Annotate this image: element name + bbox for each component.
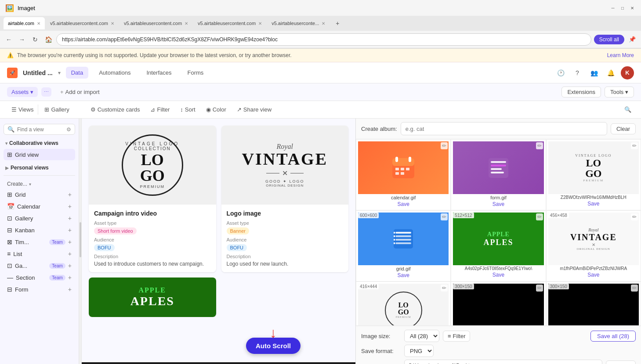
settings-icon[interactable]: ⚙ xyxy=(66,126,71,133)
add-gallery-btn[interactable]: + xyxy=(68,215,72,222)
sidebar-item-form[interactable]: ⊟ Form + xyxy=(4,284,75,295)
edit-icon-royal[interactable]: ✏ xyxy=(631,213,638,220)
save-format-select[interactable]: PNG xyxy=(404,345,434,357)
add-timeline-btn[interactable]: + xyxy=(68,238,72,245)
minimize-btn[interactable]: ─ xyxy=(609,4,616,11)
new-tab-btn[interactable]: + xyxy=(332,18,343,29)
add-kanban-btn[interactable]: + xyxy=(68,227,72,234)
users-btn[interactable]: 👥 xyxy=(587,66,601,79)
card-campaign-intro[interactable]: VINTAGE LOGO COLLECTION LO GO PREMIUM xyxy=(89,126,216,272)
tab-v5-4[interactable]: v5.airtableuserconte... ✕ xyxy=(267,17,330,29)
edit-icon-form[interactable]: ✏ xyxy=(536,142,543,149)
file-path-input[interactable] xyxy=(404,360,602,364)
edit-icon-black-2[interactable]: ✏ xyxy=(631,285,638,292)
customize-cards-btn[interactable]: ⚙ Customize cards xyxy=(86,105,145,115)
sidebar-item-timeline[interactable]: ⊠ Tim... Team + xyxy=(4,236,75,248)
maximize-btn[interactable]: □ xyxy=(619,4,626,11)
image-size-select[interactable]: All (28) xyxy=(404,330,439,342)
tab-close-icon[interactable]: ✕ xyxy=(111,21,114,26)
tab-close-icon[interactable]: ✕ xyxy=(185,21,188,26)
sidebar-item-list[interactable]: ≡ List + xyxy=(4,248,75,259)
sidebar-item-kanban[interactable]: ⊟ Kanban + xyxy=(4,224,75,236)
tab-forms[interactable]: Forms xyxy=(182,67,209,79)
tab-v5-3[interactable]: v5.airtableusercontent.com ✕ xyxy=(193,17,266,29)
album-input[interactable] xyxy=(401,122,607,135)
sidebar-item-grid-view[interactable]: ⊞ Grid view xyxy=(4,149,75,160)
pin-btn[interactable]: 📌 xyxy=(627,34,637,45)
sidebar-item-gallery[interactable]: ⊡ Gallery + xyxy=(4,213,75,224)
filter-btn[interactable]: ⊿ Filter xyxy=(146,105,174,115)
find-view-input[interactable] xyxy=(17,126,64,133)
color-btn[interactable]: ◉ Color xyxy=(202,105,231,115)
edit-icon-logo-circle[interactable]: ✏ xyxy=(441,285,448,292)
auto-scroll-btn[interactable]: Auto Scroll xyxy=(246,338,301,354)
notifications-btn[interactable]: 🔔 xyxy=(604,66,617,79)
forward-btn[interactable]: → xyxy=(17,34,27,45)
refresh-btn[interactable]: ↻ xyxy=(30,34,40,45)
tab-close-icon[interactable]: ✕ xyxy=(258,21,262,26)
sidebar-item-grid[interactable]: ⊞ Grid + xyxy=(4,189,75,200)
collaborative-views-header[interactable]: ▾ Collaborative views xyxy=(4,138,75,148)
save-all-btn[interactable]: Save all (28) xyxy=(590,331,636,342)
save-btn-calendar[interactable]: Save xyxy=(397,200,409,208)
save-btn-vintage-1[interactable]: Save xyxy=(587,200,599,208)
edit-icon-calendar[interactable]: ✏ xyxy=(441,142,448,149)
add-calendar-btn[interactable]: + xyxy=(68,203,72,210)
app-title-chevron[interactable]: ▾ xyxy=(58,70,61,76)
add-import-btn[interactable]: + Add or import xyxy=(55,87,105,97)
card-apple[interactable]: APPLE APLES xyxy=(89,278,216,317)
close-btn[interactable]: ✕ xyxy=(629,4,636,11)
avatar[interactable]: K xyxy=(621,66,634,79)
create-header[interactable]: Create... ▾ xyxy=(4,179,75,189)
learn-more-link[interactable]: Learn More xyxy=(607,52,634,58)
tab-data[interactable]: Data xyxy=(66,67,88,79)
add-section-btn[interactable]: + xyxy=(68,274,72,281)
sidebar-scrollbar[interactable] xyxy=(79,119,82,364)
add-list-btn[interactable]: + xyxy=(68,250,72,257)
share-view-btn[interactable]: ↗ Share view xyxy=(232,105,276,115)
sort-btn[interactable]: ↕ Sort xyxy=(176,105,199,115)
history-btn[interactable]: 🕐 xyxy=(554,66,567,79)
add-gantt-btn[interactable]: + xyxy=(68,262,72,269)
tab-airtable[interactable]: airtable.com ✕ xyxy=(4,17,45,29)
img-thumb-logo-circle: LO GO PREMIUM xyxy=(358,284,449,326)
clear-btn[interactable]: Clear xyxy=(611,123,636,134)
scrollbar-thumb[interactable] xyxy=(80,222,81,257)
search-btn[interactable]: 🔍 xyxy=(622,104,634,116)
img-thumb-grid xyxy=(358,213,449,265)
tab-close-icon[interactable]: ✕ xyxy=(322,21,325,26)
gallery-view-btn[interactable]: ⊞ Gallery xyxy=(40,105,73,115)
save-btn-royal[interactable]: Save xyxy=(587,271,599,279)
sidebar-item-section[interactable]: — Section Team + xyxy=(4,272,75,283)
panel-filter-btn[interactable]: ≡ Filter xyxy=(443,331,470,342)
save-btn-form[interactable]: Save xyxy=(493,200,504,208)
tools-btn[interactable]: Tools ▾ xyxy=(605,86,634,97)
url-input[interactable] xyxy=(56,33,591,46)
help-btn[interactable]: ? xyxy=(571,66,584,79)
sidebar-item-calendar[interactable]: 📅 Calendar + xyxy=(4,201,75,212)
tab-v5-2[interactable]: v5.airtableusercontent.com ✕ xyxy=(120,17,192,29)
change-btn[interactable]: Change xyxy=(606,360,636,364)
card-logo-image[interactable]: Royal VINTAGE ✕ GOOD ✦ LOGO ORIGINAL DES… xyxy=(221,126,349,272)
tab-interfaces[interactable]: Interfaces xyxy=(141,67,177,79)
save-btn-apple[interactable]: Save xyxy=(493,271,504,279)
tab-close-icon[interactable]: ✕ xyxy=(37,21,40,26)
edit-icon-grid[interactable]: ✏ xyxy=(441,213,448,220)
views-btn[interactable]: ☰ Views xyxy=(7,105,38,115)
tab-v5-1[interactable]: v5.airtableusercontent.com ✕ xyxy=(46,17,119,29)
edit-icon-apple[interactable]: ✏ xyxy=(536,213,543,220)
add-grid-btn[interactable]: + xyxy=(68,191,72,198)
extensions-btn[interactable]: Extensions xyxy=(561,86,601,97)
scroll-all-btn[interactable]: Scroll all xyxy=(594,35,624,44)
back-btn[interactable]: ← xyxy=(4,34,14,45)
home-btn[interactable]: 🏠 xyxy=(43,34,54,45)
assets-toggle-btn[interactable]: ⋯ xyxy=(41,87,51,97)
edit-icon-black-1[interactable]: ✏ xyxy=(536,285,543,292)
add-form-btn[interactable]: + xyxy=(68,286,72,293)
assets-btn[interactable]: Assets ▾ xyxy=(7,87,38,97)
edit-icon-vintage-1[interactable]: ✏ xyxy=(631,142,638,149)
tab-automations[interactable]: Automations xyxy=(94,67,136,79)
personal-views-header[interactable]: ▶ Personal views xyxy=(4,163,75,173)
sidebar-item-gantt[interactable]: ⊡ Ga... Team + xyxy=(4,260,75,271)
save-btn-grid[interactable]: Save xyxy=(397,271,409,279)
